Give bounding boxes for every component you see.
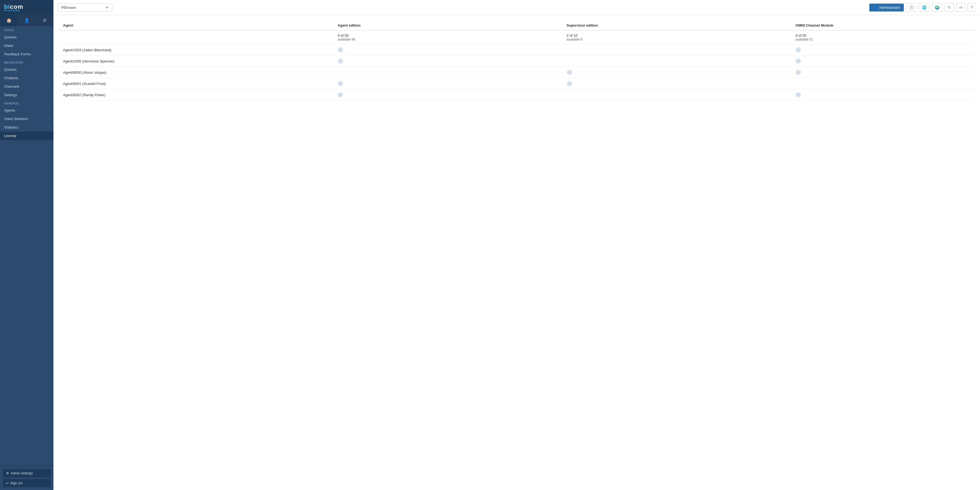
summary-row: 4 of 50 available 46 2 of 10 available 8… <box>59 30 975 45</box>
arrow-icon: › <box>49 44 49 47</box>
sidebar: bicomSYSTEMS 🏠 👤 ⚙ VOICE Queues › Dialer… <box>0 0 53 490</box>
license-table: Agent Agent edition Supervisor edition O… <box>59 21 975 100</box>
globe-icon-btn[interactable]: 🌐 <box>919 3 929 12</box>
cell-agent: Agent/8002 (Randy Potter) <box>59 89 334 100</box>
home-icon-btn[interactable]: 🏠 <box>0 15 18 26</box>
table-row: Agent/8000 (Alison Vargas) <box>59 67 975 78</box>
cell-omni-channel <box>791 67 975 78</box>
arrow-icon: › <box>49 85 49 88</box>
cell-agent: Agent/8001 (Scarlett Frost) <box>59 78 334 89</box>
col-header-agent: Agent <box>59 21 334 30</box>
settings-icon-btn[interactable]: ⚙ <box>36 15 53 26</box>
cell-agent-edition <box>334 56 562 67</box>
sidebar-item-agents[interactable]: Agents › <box>0 106 53 115</box>
logo-container: bicomSYSTEMS <box>0 0 53 15</box>
agent-edition-available: available 46 <box>337 38 558 41</box>
omni-channel-available: available 51 <box>795 38 970 41</box>
table-row: Agent/8002 (Randy Potter) <box>59 89 975 100</box>
cell-supervisor-edition <box>563 78 791 89</box>
arrow-icon: › <box>49 126 49 129</box>
omni-channel-icon[interactable] <box>795 47 801 52</box>
arrow-icon: › <box>49 52 49 56</box>
cell-agent: Agent/1003 (Jaden Blanchard) <box>59 45 334 56</box>
agent-edition-icon[interactable] <box>337 81 343 86</box>
sidebar-item-dialer[interactable]: Dialer › <box>0 41 53 50</box>
omni-channel-icon[interactable] <box>795 70 801 75</box>
pbxware-label: PBXware <box>61 5 76 10</box>
sidebar-item-chatbots[interactable]: Chatbots <box>0 74 53 82</box>
omni-channel-used: 4 of 55 <box>795 33 970 38</box>
supervisor-edition-icon[interactable] <box>567 81 572 86</box>
cell-agent-edition <box>334 67 562 78</box>
clock-icon-btn[interactable]: 🕐 <box>906 3 917 12</box>
sidebar-item-statistics[interactable]: Statistics › <box>0 123 53 132</box>
cell-agent: Agent/1005 (Hermione Spencer) <box>59 56 334 67</box>
signout-icon: ↩ <box>6 481 9 485</box>
omni-channel-icon[interactable] <box>795 92 801 97</box>
dropdown-arrow-icon: ▼ <box>105 5 109 10</box>
sidebar-item-queues-voice[interactable]: Queues › <box>0 33 53 41</box>
user-icon-btn[interactable]: 👤 <box>18 15 36 26</box>
translate-icon-btn[interactable]: 🌍 <box>932 3 942 12</box>
omni-channel-icon[interactable] <box>795 58 801 64</box>
sidebar-icon-row: 🏠 👤 ⚙ <box>0 15 53 26</box>
cell-agent-edition <box>334 45 562 56</box>
supervisor-edition-available: available 8 <box>567 38 788 41</box>
sidebar-item-queues-messaging[interactable]: Queues <box>0 65 53 74</box>
agent-edition-icon[interactable] <box>337 47 343 52</box>
sidebar-item-voice-statistics[interactable]: Voice Statistics › <box>0 115 53 123</box>
gear-icon: ⚙ <box>6 471 9 475</box>
header-actions: 👤 Administrator 🕐 🌐 🌍 ↻ ⇄ ? <box>869 3 976 12</box>
cell-omni-channel <box>791 89 975 100</box>
table-row: Agent/1003 (Jaden Blanchard) <box>59 45 975 56</box>
arrow-icon: › <box>49 36 49 39</box>
agent-edition-icon[interactable] <box>337 58 343 64</box>
table-row: Agent/8001 (Scarlett Frost) <box>59 78 975 89</box>
cell-supervisor-edition <box>563 67 791 78</box>
arrow-icon: › <box>49 117 49 120</box>
header: PBXware ▼ 👤 Administrator 🕐 🌐 🌍 ↻ ⇄ ? <box>53 0 980 15</box>
col-header-supervisor-edition: Supervisor edition <box>563 21 791 30</box>
agent-edition-used: 4 of 50 <box>337 33 558 38</box>
admin-settings-button[interactable]: ⚙ Admin Settings <box>3 469 51 477</box>
cell-omni-channel <box>791 45 975 56</box>
table-row: Agent/1005 (Hermione Spencer) <box>59 56 975 67</box>
help-icon-btn[interactable]: ? <box>968 3 976 12</box>
sidebar-item-settings[interactable]: Settings <box>0 91 53 99</box>
supervisor-edition-icon[interactable] <box>567 70 572 75</box>
sidebar-item-channels[interactable]: Channels › <box>0 82 53 91</box>
sidebar-footer: ⚙ Admin Settings ↩ Sign out <box>0 466 53 490</box>
administrator-button[interactable]: 👤 Administrator <box>869 3 904 11</box>
cell-omni-channel <box>791 78 975 89</box>
cell-omni-channel <box>791 56 975 67</box>
col-header-agent-edition: Agent edition <box>334 21 562 30</box>
content-area: Agent Agent edition Supervisor edition O… <box>53 15 980 490</box>
refresh-icon-btn[interactable]: ↻ <box>945 3 954 12</box>
cell-agent: Agent/8000 (Alison Vargas) <box>59 67 334 78</box>
voice-section-label: VOICE <box>0 26 53 33</box>
sync-icon-btn[interactable]: ⇄ <box>956 3 966 12</box>
sidebar-item-feedback-forms[interactable]: Feedback Forms › <box>0 50 53 58</box>
pbxware-selector[interactable]: PBXware ▼ <box>57 3 112 11</box>
logo: bicomSYSTEMS <box>4 3 23 12</box>
supervisor-edition-used: 2 of 10 <box>567 33 788 38</box>
agent-edition-icon[interactable] <box>337 92 343 97</box>
general-section-label: GENERAL <box>0 99 53 106</box>
user-icon: 👤 <box>873 5 878 10</box>
cell-supervisor-edition <box>563 45 791 56</box>
sidebar-item-license[interactable]: License <box>0 132 53 140</box>
cell-supervisor-edition <box>563 89 791 100</box>
sign-out-button[interactable]: ↩ Sign out <box>3 479 51 487</box>
cell-agent-edition <box>334 89 562 100</box>
col-header-omni-channel: OMNI Channel Module <box>791 21 975 30</box>
messaging-section-label: MESSAGING <box>0 58 53 65</box>
arrow-icon: › <box>49 109 49 112</box>
cell-supervisor-edition <box>563 56 791 67</box>
cell-agent-edition <box>334 78 562 89</box>
main-content: PBXware ▼ 👤 Administrator 🕐 🌐 🌍 ↻ ⇄ ? Ag… <box>53 0 980 490</box>
